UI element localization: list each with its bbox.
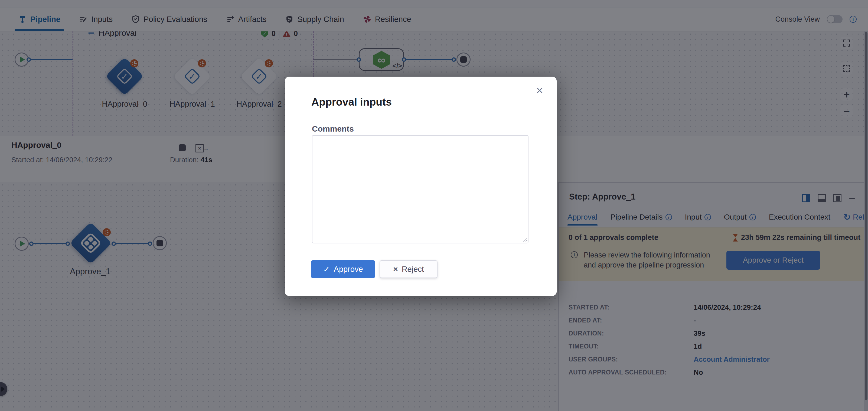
check-icon: ✓ [323, 264, 330, 274]
reject-button[interactable]: × Reject [379, 260, 437, 278]
x-icon: × [393, 264, 398, 274]
close-icon[interactable]: × [533, 84, 546, 97]
approval-inputs-dialog: × Approval inputs Comments ✓ Approve × R… [285, 76, 557, 296]
dialog-title: Approval inputs [311, 96, 392, 108]
comments-textarea[interactable] [312, 135, 528, 244]
approve-button[interactable]: ✓ Approve [311, 260, 375, 278]
comments-label: Comments [312, 124, 354, 133]
app-screen: Pipeline Inputs Policy Evaluations Artif… [0, 0, 868, 411]
